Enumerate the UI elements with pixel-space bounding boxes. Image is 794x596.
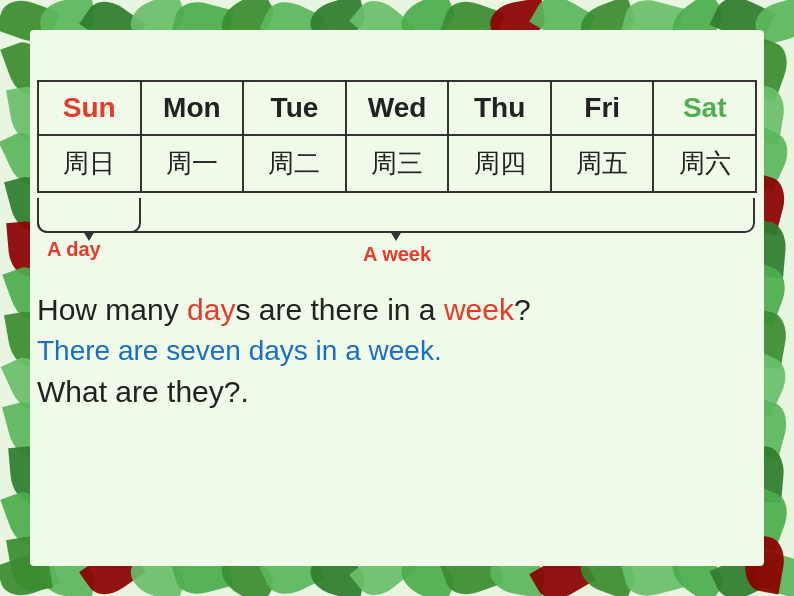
content-area: Sun Mon Tue Wed Thu Fri Sat 周日 周一 周二 周三 … bbox=[30, 30, 764, 566]
days-chinese-row: 周日 周一 周二 周三 周四 周五 周六 bbox=[38, 135, 756, 192]
cell-zh-wed: 周三 bbox=[346, 135, 449, 192]
sentence-3: What are they?. bbox=[37, 375, 757, 409]
week-brace bbox=[37, 198, 755, 233]
cell-zh-sat: 周六 bbox=[653, 135, 756, 192]
cell-sat: Sat bbox=[653, 81, 756, 135]
cell-sun: Sun bbox=[38, 81, 141, 135]
text-lines: How many days are there in a week? There… bbox=[37, 293, 757, 417]
week-label-a: A bbox=[363, 243, 382, 265]
week-label-word: week bbox=[382, 243, 431, 265]
cell-zh-thu: 周四 bbox=[448, 135, 551, 192]
calendar-table: Sun Mon Tue Wed Thu Fri Sat 周日 周一 周二 周三 … bbox=[37, 80, 757, 193]
sentence-2: There are seven days in a week. bbox=[37, 335, 757, 367]
annotation-area: A day A week bbox=[37, 193, 757, 283]
day-label-word: day bbox=[66, 238, 100, 260]
days-english-row: Sun Mon Tue Wed Thu Fri Sat bbox=[38, 81, 756, 135]
cell-zh-fri: 周五 bbox=[551, 135, 653, 192]
day-label: A day bbox=[47, 238, 101, 261]
cell-tue: Tue bbox=[243, 81, 346, 135]
week-label: A week bbox=[363, 243, 431, 266]
cell-wed: Wed bbox=[346, 81, 449, 135]
cell-zh-sun: 周日 bbox=[38, 135, 141, 192]
sentence-1: How many days are there in a week? bbox=[37, 293, 757, 327]
cell-zh-mon: 周一 bbox=[141, 135, 244, 192]
cell-zh-tue: 周二 bbox=[243, 135, 346, 192]
word-week: week bbox=[444, 293, 514, 326]
cell-mon: Mon bbox=[141, 81, 244, 135]
word-days: day bbox=[187, 293, 235, 326]
cell-thu: Thu bbox=[448, 81, 551, 135]
cell-fri: Fri bbox=[551, 81, 653, 135]
day-label-a: A bbox=[47, 238, 66, 260]
